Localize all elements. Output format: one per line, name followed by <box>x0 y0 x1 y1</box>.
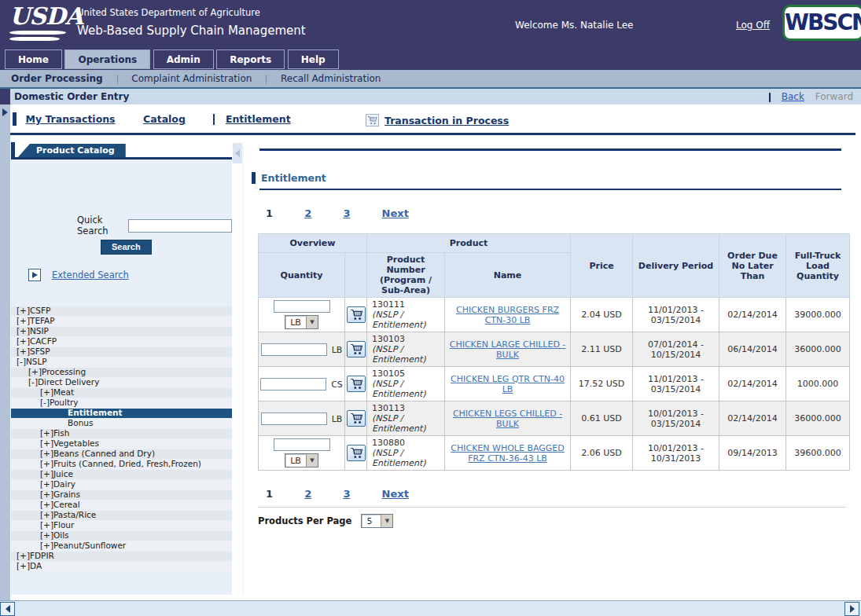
scroll-right-button[interactable] <box>844 602 859 616</box>
quantity-input[interactable] <box>261 343 327 356</box>
tree-item--peanut-sunflower[interactable]: [+]Peanut/Sunflower <box>11 541 232 551</box>
subnav-divider <box>266 75 267 84</box>
cart-cell <box>345 402 367 436</box>
tab-help[interactable]: Help <box>288 50 339 69</box>
tree-item--csfp[interactable]: [+]CSFP <box>11 306 232 316</box>
subnav-complaint-administration[interactable]: Complaint Administration <box>131 70 252 87</box>
search-button[interactable]: Search <box>101 240 152 255</box>
price-cell: 17.52 USD <box>571 367 633 402</box>
transaction-in-process: Transaction in Process <box>366 114 509 126</box>
tree-item--nsip[interactable]: [+]NSIP <box>11 327 232 336</box>
name-cell: CHICKEN LEGS CHILLED - BULK <box>445 402 571 436</box>
tree-item--cacfp[interactable]: [+]CACFP <box>11 337 232 346</box>
log-off-link[interactable]: Log Off <box>736 20 770 31</box>
quantity-input[interactable] <box>274 438 330 451</box>
unit-select[interactable]: LB▼ <box>285 453 318 468</box>
tree-item--sfsp[interactable]: [+]SFSP <box>11 347 232 357</box>
page-3-link[interactable]: 3 <box>343 207 350 219</box>
select-value: LB <box>285 454 306 467</box>
tree-item--processing[interactable]: [+]Processing <box>11 368 232 377</box>
tree-item--oils[interactable]: [+]Oils <box>11 531 232 541</box>
welcome-message: Welcome Ms. Natalie Lee <box>515 20 633 31</box>
tree-item--tefap[interactable]: [+]TEFAP <box>11 317 232 326</box>
toolbar-divider <box>213 114 215 125</box>
tree-item-entitlement[interactable]: Entitlement <box>11 409 232 418</box>
entitlement-link[interactable]: Entitlement <box>226 113 291 125</box>
tree-item--flour[interactable]: [+]Flour <box>11 521 232 530</box>
quantity-input[interactable] <box>274 300 330 313</box>
tree-item--da[interactable]: [+]DA <box>11 562 232 571</box>
product-name-link[interactable]: CHICKEN WHOLE BAGGED FRZ CTN-36-43 LB <box>451 443 565 464</box>
tree-item--fdpir[interactable]: [+]FDPIR <box>11 552 232 561</box>
agency-name: United States Department of Agriculture <box>77 7 260 18</box>
delivery-period-cell: 11/01/2013 -03/15/2014 <box>633 298 719 332</box>
tree-item--poultry[interactable]: [-]Poultry <box>11 398 232 408</box>
program-sub-area: (NSLP / Entitlement) <box>372 379 443 399</box>
subnav-order-processing[interactable]: Order Processing <box>11 70 103 87</box>
catalog-link[interactable]: Catalog <box>143 113 186 125</box>
tree-item--direct-delivery[interactable]: [-]Direct Delivery <box>11 378 232 387</box>
products-per-page-select[interactable]: 5 ▼ <box>361 514 393 528</box>
order-due-cell: 02/14/2014 <box>719 367 786 402</box>
quantity-input[interactable] <box>261 412 327 425</box>
add-to-cart-button[interactable] <box>347 306 366 323</box>
product-name-link[interactable]: CHICKEN LARGE CHILLED - BULK <box>450 339 566 360</box>
add-to-cart-button[interactable] <box>347 376 366 392</box>
tree-item--meat[interactable]: [+]Meat <box>11 388 232 398</box>
next-page-link[interactable]: Next <box>382 207 409 219</box>
column-quantity: Quantity <box>259 253 345 298</box>
quick-search-input[interactable] <box>128 219 232 233</box>
subnav-recall-administration[interactable]: Recall Administration <box>281 70 381 87</box>
expand-arrow-icon[interactable] <box>28 269 41 281</box>
price-cell: 2.04 USD <box>571 298 633 332</box>
quantity-input[interactable] <box>260 378 326 390</box>
next-page-link[interactable]: Next <box>382 488 409 500</box>
tree-item-bonus[interactable]: Bonus <box>11 419 232 428</box>
cart-cell <box>345 298 367 332</box>
tree-item--vegetables[interactable]: [+]Vegetables <box>11 439 232 449</box>
breadcrumb-bar: Domestic Order Entry Back Forward <box>0 89 861 104</box>
tree-item--beans-canned-and-dry-[interactable]: [+]Beans (Canned and Dry) <box>11 449 232 459</box>
product-name-link[interactable]: CHICKEN BURGERS FRZ CTN-30 LB <box>456 305 559 325</box>
tree-item--cereal[interactable]: [+]Cereal <box>11 500 232 510</box>
scroll-left-button[interactable] <box>0 602 15 616</box>
transaction-in-process-link[interactable]: Transaction in Process <box>385 115 509 126</box>
quantity-cell: LB▼ <box>259 436 345 471</box>
tab-reports[interactable]: Reports <box>216 50 285 69</box>
tree-item--juice[interactable]: [+]Juice <box>11 470 232 479</box>
extended-search-link[interactable]: Extended Search <box>52 270 129 280</box>
page-title: Domestic Order Entry <box>14 91 129 102</box>
tree-item--pasta-rice[interactable]: [+]Pasta/Rice <box>11 511 232 520</box>
program-sub-area: (NSLP / Entitlement) <box>372 344 443 365</box>
page-2-link[interactable]: 2 <box>304 488 311 500</box>
page-3-link[interactable]: 3 <box>343 488 350 500</box>
usda-logo-text: USDA <box>9 2 83 30</box>
collapse-handle[interactable] <box>233 143 242 163</box>
tab-admin[interactable]: Admin <box>153 50 214 69</box>
unit-select[interactable]: LB▼ <box>285 315 318 329</box>
tab-home[interactable]: Home <box>5 50 62 69</box>
tree-item--nslp[interactable]: [-]NSLP <box>11 358 232 367</box>
tree-item--grains[interactable]: [+]Grains <box>11 490 232 500</box>
program-sub-area: (NSLP / Entitlement) <box>372 310 443 330</box>
my-transactions-link[interactable]: My Transactions <box>26 113 116 125</box>
tree-item--fruits-canned-dried-fresh-frozen-[interactable]: [+]Fruits (Canned, Dried, Fresh,Frozen) <box>11 460 232 469</box>
order-due-cell: 02/14/2014 <box>719 298 786 332</box>
tree-item--fish[interactable]: [+]Fish <box>11 429 232 438</box>
add-to-cart-button[interactable] <box>347 341 366 358</box>
page-2-link[interactable]: 2 <box>304 207 311 219</box>
delivery-period-cell: 10/01/2013 -10/31/2013 <box>633 436 719 471</box>
product-name-link[interactable]: CHICKEN LEGS CHILLED - BULK <box>453 409 562 429</box>
horizontal-scrollbar[interactable] <box>0 600 861 616</box>
add-to-cart-button[interactable] <box>347 410 366 427</box>
product-number-cell: 130103(NSLP / Entitlement) <box>367 332 445 367</box>
collapse-right-icon[interactable] <box>2 108 8 116</box>
arrow-left-icon <box>6 605 10 613</box>
add-to-cart-button[interactable] <box>347 445 366 461</box>
full-truck-cell: 39600.000 <box>786 436 850 471</box>
tab-operations[interactable]: Operations <box>64 50 150 69</box>
tree-item--dairy[interactable]: [+]Dairy <box>11 480 232 490</box>
back-link[interactable]: Back <box>782 91 804 102</box>
product-name-link[interactable]: CHICKEN LEG QTR CTN-40 LB <box>451 374 565 394</box>
product-table-body: LB▼130111(NSLP / Entitlement)CHICKEN BUR… <box>259 298 850 471</box>
